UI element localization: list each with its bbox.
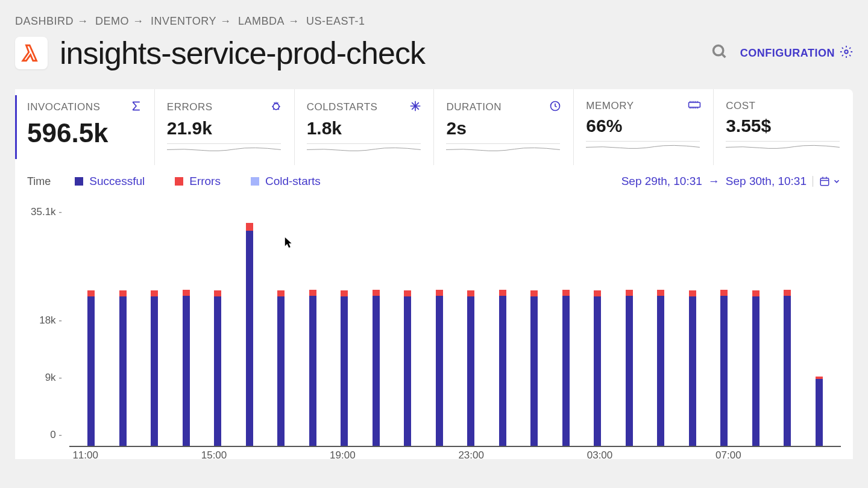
breadcrumb-item[interactable]: INVENTORY — [151, 15, 216, 27]
metric-label: DURATION — [446, 101, 502, 113]
svg-rect-6 — [820, 178, 829, 186]
sparkline — [726, 141, 840, 152]
legend-label: Cold-starts — [265, 175, 321, 188]
lambda-icon — [15, 37, 48, 69]
breadcrumb-item[interactable]: DEMO — [95, 15, 129, 27]
bar[interactable] — [341, 290, 348, 446]
x-axis-tick: 23:00 — [458, 449, 484, 461]
bar-successful — [183, 296, 190, 446]
y-axis-tick: 18k - — [39, 314, 62, 327]
bar-errors — [720, 290, 728, 296]
sparkline — [167, 143, 281, 154]
bar[interactable] — [87, 290, 95, 446]
svg-line-1 — [722, 54, 725, 58]
bar-errors — [784, 290, 791, 296]
y-axis-tick: 9k - — [45, 372, 62, 384]
breadcrumb-item[interactable]: DASHBIRD — [15, 15, 74, 27]
sparkline — [446, 143, 560, 154]
bar[interactable] — [404, 290, 411, 446]
x-axis-tick: 07:00 — [715, 449, 741, 461]
bar-successful — [87, 296, 95, 446]
bar-errors — [499, 290, 506, 296]
chip-icon — [688, 100, 701, 112]
bar[interactable] — [277, 290, 285, 446]
bar-successful — [657, 296, 664, 446]
calendar-icon[interactable] — [813, 176, 841, 187]
metrics-row: INVOCATIONS 596.5k ERRORS 21.9k COLDSTAR… — [15, 89, 853, 165]
bar[interactable] — [119, 290, 127, 446]
legend-item-successful[interactable]: Successful — [75, 175, 145, 188]
date-range-picker[interactable]: Sep 29th, 10:31 → Sep 30th, 10:31 — [621, 175, 841, 188]
search-icon[interactable] — [711, 43, 728, 63]
bar-successful — [562, 296, 570, 446]
legend-item-errors[interactable]: Errors — [175, 175, 221, 188]
sparkline — [586, 141, 700, 152]
bar-errors — [530, 290, 538, 296]
bar-errors — [309, 290, 316, 296]
bar-successful — [530, 296, 538, 446]
bar-successful — [404, 296, 411, 446]
bar-successful — [309, 296, 316, 446]
metric-card-duration[interactable]: DURATION 2s — [434, 89, 574, 165]
metric-label: COLDSTARTS — [307, 101, 378, 113]
bar[interactable] — [214, 290, 221, 446]
bar[interactable] — [752, 290, 760, 446]
metric-label: COST — [726, 100, 755, 112]
bar[interactable] — [530, 290, 538, 446]
bar-errors — [752, 290, 760, 296]
bar[interactable] — [594, 290, 601, 446]
bar[interactable] — [816, 377, 823, 446]
bar-errors — [246, 223, 253, 231]
x-axis-tick: 03:00 — [587, 449, 613, 461]
bar[interactable] — [720, 290, 728, 446]
bar[interactable] — [499, 290, 506, 446]
bar[interactable] — [151, 290, 158, 446]
configuration-link[interactable]: CONFIGURATION — [740, 45, 853, 61]
bar[interactable] — [309, 290, 316, 446]
chart-area[interactable]: 0 -9k -18k -35.1k - — [27, 200, 841, 447]
breadcrumb[interactable]: DASHBIRD→ DEMO→ INVENTORY→ LAMBDA→ US-EA… — [15, 15, 853, 28]
bar-errors — [467, 290, 474, 296]
bar-errors — [87, 290, 95, 296]
bar-errors — [404, 290, 411, 296]
metric-card-coldstarts[interactable]: COLDSTARTS 1.8k — [295, 89, 435, 165]
bar[interactable] — [467, 290, 474, 446]
bar[interactable] — [436, 290, 443, 446]
bar[interactable] — [183, 290, 190, 446]
snowflake-icon — [409, 100, 421, 114]
bar-errors — [373, 290, 380, 296]
bar-errors — [594, 290, 601, 296]
date-to: Sep 30th, 10:31 — [726, 175, 807, 188]
bar[interactable] — [689, 290, 696, 446]
bar-successful — [626, 296, 633, 446]
bar[interactable] — [626, 290, 633, 446]
bar-successful — [752, 296, 760, 446]
metric-label: INVOCATIONS — [27, 101, 100, 113]
bar[interactable] — [784, 290, 791, 446]
bar-errors — [277, 290, 285, 296]
metric-card-cost[interactable]: COST 3.55$ — [714, 89, 853, 165]
bar[interactable] — [246, 223, 253, 446]
bar[interactable] — [562, 290, 570, 446]
metric-card-errors[interactable]: ERRORS 21.9k — [155, 89, 295, 165]
metric-card-memory[interactable]: MEMORY 66% — [574, 89, 714, 165]
chart-section: Time SuccessfulErrorsCold-starts Sep 29t… — [15, 165, 853, 459]
breadcrumb-item[interactable]: US-EAST-1 — [306, 15, 365, 27]
bar-successful — [689, 296, 696, 446]
legend-item-coldstarts[interactable]: Cold-starts — [251, 175, 321, 188]
metric-card-invocations[interactable]: INVOCATIONS 596.5k — [15, 89, 155, 165]
bar-successful — [594, 296, 601, 446]
breadcrumb-item[interactable]: LAMBDA — [238, 15, 285, 27]
bar[interactable] — [657, 290, 664, 446]
legend-swatch — [251, 177, 259, 186]
bar-errors — [119, 290, 127, 296]
y-axis-tick: 35.1k - — [31, 206, 62, 218]
bug-icon — [270, 100, 282, 114]
bar-successful — [499, 296, 506, 446]
bar-errors — [341, 290, 348, 296]
metric-value: 2s — [446, 118, 561, 139]
bar-errors — [214, 290, 221, 296]
bar[interactable] — [373, 290, 380, 446]
bar-successful — [277, 296, 285, 446]
bar-errors — [436, 290, 443, 296]
